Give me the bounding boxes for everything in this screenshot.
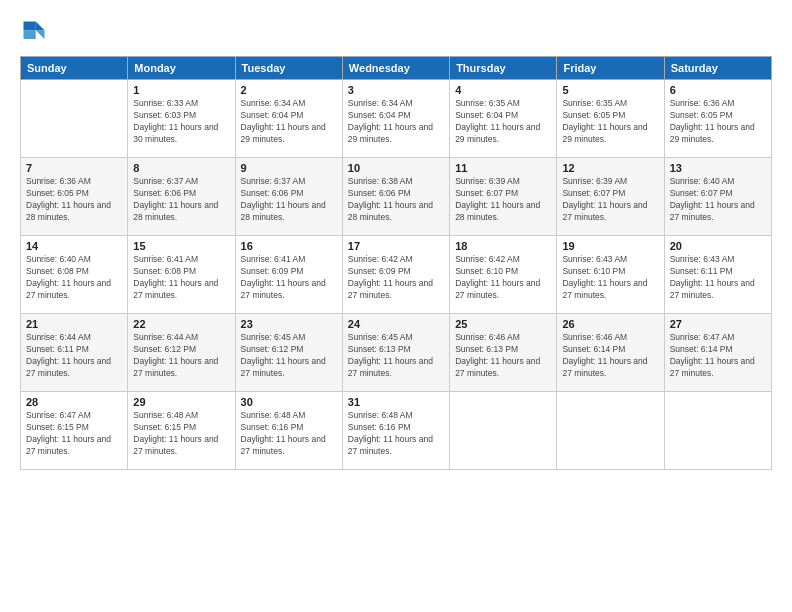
calendar-cell: 22Sunrise: 6:44 AMSunset: 6:12 PMDayligh… — [128, 314, 235, 392]
day-number: 30 — [241, 396, 337, 408]
week-row-2: 7Sunrise: 6:36 AMSunset: 6:05 PMDaylight… — [21, 158, 772, 236]
logo — [20, 18, 52, 46]
cell-info: Sunrise: 6:46 AMSunset: 6:14 PMDaylight:… — [562, 332, 658, 380]
cell-info: Sunrise: 6:36 AMSunset: 6:05 PMDaylight:… — [670, 98, 766, 146]
calendar-cell: 19Sunrise: 6:43 AMSunset: 6:10 PMDayligh… — [557, 236, 664, 314]
header-cell-monday: Monday — [128, 57, 235, 80]
header-cell-thursday: Thursday — [450, 57, 557, 80]
cell-info: Sunrise: 6:36 AMSunset: 6:05 PMDaylight:… — [26, 176, 122, 224]
cell-info: Sunrise: 6:40 AMSunset: 6:08 PMDaylight:… — [26, 254, 122, 302]
calendar-cell: 6Sunrise: 6:36 AMSunset: 6:05 PMDaylight… — [664, 80, 771, 158]
calendar-cell — [21, 80, 128, 158]
calendar-cell: 12Sunrise: 6:39 AMSunset: 6:07 PMDayligh… — [557, 158, 664, 236]
cell-info: Sunrise: 6:48 AMSunset: 6:16 PMDaylight:… — [348, 410, 444, 458]
logo-icon — [20, 18, 48, 46]
calendar-cell: 7Sunrise: 6:36 AMSunset: 6:05 PMDaylight… — [21, 158, 128, 236]
calendar-cell: 13Sunrise: 6:40 AMSunset: 6:07 PMDayligh… — [664, 158, 771, 236]
calendar-cell: 14Sunrise: 6:40 AMSunset: 6:08 PMDayligh… — [21, 236, 128, 314]
cell-info: Sunrise: 6:48 AMSunset: 6:15 PMDaylight:… — [133, 410, 229, 458]
day-number: 2 — [241, 84, 337, 96]
day-number: 27 — [670, 318, 766, 330]
calendar-cell: 15Sunrise: 6:41 AMSunset: 6:08 PMDayligh… — [128, 236, 235, 314]
day-number: 28 — [26, 396, 122, 408]
day-number: 17 — [348, 240, 444, 252]
calendar-cell: 9Sunrise: 6:37 AMSunset: 6:06 PMDaylight… — [235, 158, 342, 236]
calendar-cell: 11Sunrise: 6:39 AMSunset: 6:07 PMDayligh… — [450, 158, 557, 236]
cell-info: Sunrise: 6:42 AMSunset: 6:10 PMDaylight:… — [455, 254, 551, 302]
cell-info: Sunrise: 6:45 AMSunset: 6:13 PMDaylight:… — [348, 332, 444, 380]
day-number: 16 — [241, 240, 337, 252]
calendar-cell: 4Sunrise: 6:35 AMSunset: 6:04 PMDaylight… — [450, 80, 557, 158]
svg-rect-2 — [24, 22, 36, 31]
cell-info: Sunrise: 6:45 AMSunset: 6:12 PMDaylight:… — [241, 332, 337, 380]
calendar-cell: 29Sunrise: 6:48 AMSunset: 6:15 PMDayligh… — [128, 392, 235, 470]
calendar-cell: 20Sunrise: 6:43 AMSunset: 6:11 PMDayligh… — [664, 236, 771, 314]
week-row-4: 21Sunrise: 6:44 AMSunset: 6:11 PMDayligh… — [21, 314, 772, 392]
cell-info: Sunrise: 6:43 AMSunset: 6:10 PMDaylight:… — [562, 254, 658, 302]
cell-info: Sunrise: 6:39 AMSunset: 6:07 PMDaylight:… — [562, 176, 658, 224]
svg-marker-1 — [36, 30, 45, 39]
cell-info: Sunrise: 6:42 AMSunset: 6:09 PMDaylight:… — [348, 254, 444, 302]
cell-info: Sunrise: 6:34 AMSunset: 6:04 PMDaylight:… — [241, 98, 337, 146]
header-cell-tuesday: Tuesday — [235, 57, 342, 80]
day-number: 9 — [241, 162, 337, 174]
cell-info: Sunrise: 6:33 AMSunset: 6:03 PMDaylight:… — [133, 98, 229, 146]
cell-info: Sunrise: 6:46 AMSunset: 6:13 PMDaylight:… — [455, 332, 551, 380]
calendar-cell: 16Sunrise: 6:41 AMSunset: 6:09 PMDayligh… — [235, 236, 342, 314]
day-number: 13 — [670, 162, 766, 174]
day-number: 20 — [670, 240, 766, 252]
day-number: 26 — [562, 318, 658, 330]
cell-info: Sunrise: 6:38 AMSunset: 6:06 PMDaylight:… — [348, 176, 444, 224]
svg-rect-3 — [24, 30, 36, 39]
cell-info: Sunrise: 6:48 AMSunset: 6:16 PMDaylight:… — [241, 410, 337, 458]
day-number: 25 — [455, 318, 551, 330]
header-cell-saturday: Saturday — [664, 57, 771, 80]
day-number: 10 — [348, 162, 444, 174]
calendar-cell: 27Sunrise: 6:47 AMSunset: 6:14 PMDayligh… — [664, 314, 771, 392]
day-number: 14 — [26, 240, 122, 252]
day-number: 18 — [455, 240, 551, 252]
day-number: 24 — [348, 318, 444, 330]
day-number: 3 — [348, 84, 444, 96]
cell-info: Sunrise: 6:35 AMSunset: 6:04 PMDaylight:… — [455, 98, 551, 146]
calendar-cell — [557, 392, 664, 470]
calendar-cell: 1Sunrise: 6:33 AMSunset: 6:03 PMDaylight… — [128, 80, 235, 158]
cell-info: Sunrise: 6:47 AMSunset: 6:14 PMDaylight:… — [670, 332, 766, 380]
day-number: 21 — [26, 318, 122, 330]
calendar-cell: 30Sunrise: 6:48 AMSunset: 6:16 PMDayligh… — [235, 392, 342, 470]
week-row-1: 1Sunrise: 6:33 AMSunset: 6:03 PMDaylight… — [21, 80, 772, 158]
header-cell-friday: Friday — [557, 57, 664, 80]
cell-info: Sunrise: 6:37 AMSunset: 6:06 PMDaylight:… — [133, 176, 229, 224]
day-number: 31 — [348, 396, 444, 408]
calendar-cell: 26Sunrise: 6:46 AMSunset: 6:14 PMDayligh… — [557, 314, 664, 392]
calendar-cell: 2Sunrise: 6:34 AMSunset: 6:04 PMDaylight… — [235, 80, 342, 158]
cell-info: Sunrise: 6:44 AMSunset: 6:11 PMDaylight:… — [26, 332, 122, 380]
cell-info: Sunrise: 6:47 AMSunset: 6:15 PMDaylight:… — [26, 410, 122, 458]
header-cell-sunday: Sunday — [21, 57, 128, 80]
day-number: 6 — [670, 84, 766, 96]
day-number: 11 — [455, 162, 551, 174]
day-number: 8 — [133, 162, 229, 174]
day-number: 5 — [562, 84, 658, 96]
cell-info: Sunrise: 6:39 AMSunset: 6:07 PMDaylight:… — [455, 176, 551, 224]
cell-info: Sunrise: 6:43 AMSunset: 6:11 PMDaylight:… — [670, 254, 766, 302]
day-number: 7 — [26, 162, 122, 174]
calendar-cell: 5Sunrise: 6:35 AMSunset: 6:05 PMDaylight… — [557, 80, 664, 158]
calendar-cell: 24Sunrise: 6:45 AMSunset: 6:13 PMDayligh… — [342, 314, 449, 392]
calendar-table: SundayMondayTuesdayWednesdayThursdayFrid… — [20, 56, 772, 470]
calendar-cell: 31Sunrise: 6:48 AMSunset: 6:16 PMDayligh… — [342, 392, 449, 470]
cell-info: Sunrise: 6:34 AMSunset: 6:04 PMDaylight:… — [348, 98, 444, 146]
cell-info: Sunrise: 6:41 AMSunset: 6:09 PMDaylight:… — [241, 254, 337, 302]
cell-info: Sunrise: 6:37 AMSunset: 6:06 PMDaylight:… — [241, 176, 337, 224]
cell-info: Sunrise: 6:44 AMSunset: 6:12 PMDaylight:… — [133, 332, 229, 380]
svg-marker-0 — [36, 22, 45, 31]
day-number: 19 — [562, 240, 658, 252]
calendar-cell — [664, 392, 771, 470]
day-number: 12 — [562, 162, 658, 174]
cell-info: Sunrise: 6:40 AMSunset: 6:07 PMDaylight:… — [670, 176, 766, 224]
calendar-page: SundayMondayTuesdayWednesdayThursdayFrid… — [0, 0, 792, 612]
day-number: 15 — [133, 240, 229, 252]
calendar-cell: 23Sunrise: 6:45 AMSunset: 6:12 PMDayligh… — [235, 314, 342, 392]
calendar-cell: 10Sunrise: 6:38 AMSunset: 6:06 PMDayligh… — [342, 158, 449, 236]
calendar-cell — [450, 392, 557, 470]
